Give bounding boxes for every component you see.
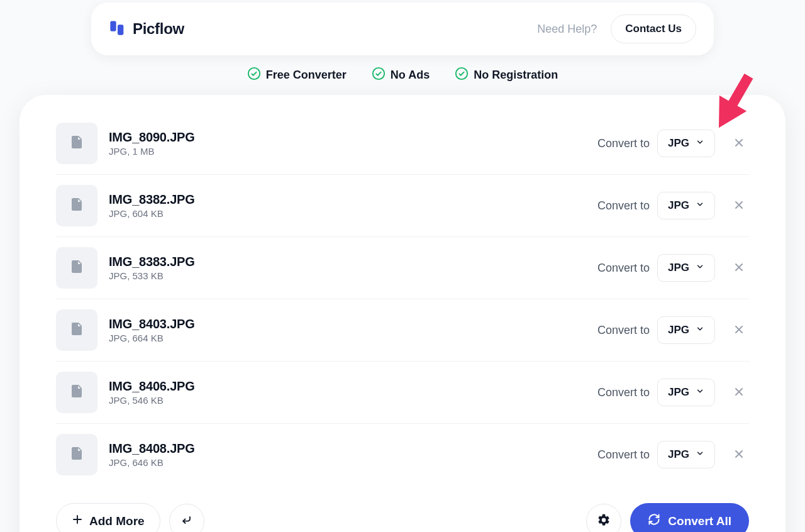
actions-left: Add More xyxy=(56,503,204,532)
file-subtitle: JPG, 533 KB xyxy=(109,270,597,281)
convert-all-label: Convert All xyxy=(668,514,731,528)
gear-icon xyxy=(597,513,611,529)
file-row: IMG_8406.JPG JPG, 546 KB Convert to JPG xyxy=(56,362,749,424)
close-icon xyxy=(733,261,745,275)
file-meta: IMG_8403.JPG JPG, 664 KB xyxy=(109,317,597,343)
format-value: JPG xyxy=(668,324,689,336)
convert-to-label: Convert to xyxy=(597,262,650,275)
file-meta: IMG_8382.JPG JPG, 604 KB xyxy=(109,192,597,219)
chevron-down-icon xyxy=(696,137,704,150)
remove-file-button[interactable] xyxy=(729,195,749,217)
file-name: IMG_8383.JPG xyxy=(109,255,597,269)
file-row: IMG_8383.JPG JPG, 533 KB Convert to JPG xyxy=(56,237,749,299)
image-file-icon xyxy=(69,259,84,277)
convert-to-label: Convert to xyxy=(597,324,650,337)
actions-row: Add More xyxy=(56,503,749,532)
format-select-button[interactable]: JPG xyxy=(657,316,715,344)
feature-free-converter: Free Converter xyxy=(247,67,347,84)
file-thumbnail xyxy=(56,185,97,226)
chevron-down-icon xyxy=(696,199,704,212)
need-help-link[interactable]: Need Help? xyxy=(537,23,597,36)
file-meta: IMG_8406.JPG JPG, 546 KB xyxy=(109,379,597,406)
feature-row: Free Converter No Ads No Registration xyxy=(0,67,805,84)
convert-to-label: Convert to xyxy=(597,199,650,213)
file-subtitle: JPG, 604 KB xyxy=(109,208,597,219)
paste-url-button[interactable] xyxy=(169,504,204,533)
header-bar: Picflow Need Help? Contact Us xyxy=(91,3,714,55)
file-meta: IMG_8408.JPG JPG, 646 KB xyxy=(109,441,597,468)
svg-point-3 xyxy=(373,68,384,79)
close-icon xyxy=(733,448,745,462)
brand-name: Picflow xyxy=(133,20,184,38)
actions-right: Convert All xyxy=(586,503,749,532)
plus-icon xyxy=(72,514,83,528)
settings-button[interactable] xyxy=(586,504,621,533)
check-circle-icon xyxy=(247,67,261,84)
file-name: IMG_8408.JPG xyxy=(109,441,597,456)
file-list: IMG_8090.JPG JPG, 1 MB Convert to JPG xyxy=(56,123,749,485)
check-circle-icon xyxy=(372,67,386,84)
feature-label: Free Converter xyxy=(266,69,347,82)
add-more-label: Add More xyxy=(89,514,145,528)
add-more-button[interactable]: Add More xyxy=(56,503,160,532)
image-file-icon xyxy=(69,197,84,214)
remove-file-button[interactable] xyxy=(729,257,749,279)
file-thumbnail xyxy=(56,434,97,475)
format-select-button[interactable]: JPG xyxy=(657,192,715,219)
file-meta: IMG_8090.JPG JPG, 1 MB xyxy=(109,130,597,157)
file-name: IMG_8403.JPG xyxy=(109,317,597,331)
svg-rect-1 xyxy=(118,25,123,35)
refresh-icon xyxy=(648,513,660,529)
file-subtitle: JPG, 546 KB xyxy=(109,395,597,406)
remove-file-button[interactable] xyxy=(729,319,749,341)
format-value: JPG xyxy=(668,199,689,212)
close-icon xyxy=(733,385,745,400)
file-subtitle: JPG, 1 MB xyxy=(109,146,597,157)
convert-all-button[interactable]: Convert All xyxy=(630,503,749,532)
image-file-icon xyxy=(69,446,84,463)
format-value: JPG xyxy=(668,137,689,150)
file-subtitle: JPG, 646 KB xyxy=(109,457,597,468)
chevron-down-icon xyxy=(696,448,704,461)
return-arrow-icon xyxy=(180,514,193,528)
svg-point-2 xyxy=(248,68,260,79)
image-file-icon xyxy=(69,135,84,152)
file-name: IMG_8090.JPG xyxy=(109,130,597,145)
format-select-button[interactable]: JPG xyxy=(657,130,715,157)
svg-rect-0 xyxy=(110,21,116,31)
close-icon xyxy=(733,136,745,151)
format-value: JPG xyxy=(668,386,689,399)
brand: Picflow xyxy=(109,19,184,39)
file-row: IMG_8090.JPG JPG, 1 MB Convert to JPG xyxy=(56,123,749,175)
file-thumbnail xyxy=(56,123,97,164)
file-meta: IMG_8383.JPG JPG, 533 KB xyxy=(109,255,597,281)
convert-to-label: Convert to xyxy=(597,386,650,399)
file-subtitle: JPG, 664 KB xyxy=(109,333,597,343)
file-row: IMG_8382.JPG JPG, 604 KB Convert to JPG xyxy=(56,175,749,237)
chevron-down-icon xyxy=(696,324,704,336)
format-select-button[interactable]: JPG xyxy=(657,441,715,468)
remove-file-button[interactable] xyxy=(729,382,749,404)
file-thumbnail xyxy=(56,372,97,413)
file-row: IMG_8403.JPG JPG, 664 KB Convert to JPG xyxy=(56,299,749,362)
close-icon xyxy=(733,323,745,338)
feature-label: No Ads xyxy=(391,69,430,82)
feature-no-registration: No Registration xyxy=(455,67,558,84)
format-select-button[interactable]: JPG xyxy=(657,379,715,406)
file-thumbnail xyxy=(56,247,97,289)
chevron-down-icon xyxy=(696,386,704,399)
format-value: JPG xyxy=(668,448,689,461)
convert-to-label: Convert to xyxy=(597,448,650,462)
remove-file-button[interactable] xyxy=(729,444,749,466)
feature-label: No Registration xyxy=(474,69,558,82)
image-file-icon xyxy=(69,384,84,401)
feature-no-ads: No Ads xyxy=(372,67,430,84)
check-circle-icon xyxy=(455,67,469,84)
close-icon xyxy=(733,199,745,213)
svg-point-4 xyxy=(456,68,467,79)
contact-us-button[interactable]: Contact Us xyxy=(611,14,696,43)
remove-file-button[interactable] xyxy=(729,133,749,155)
format-value: JPG xyxy=(668,262,689,274)
file-row: IMG_8408.JPG JPG, 646 KB Convert to JPG xyxy=(56,424,749,485)
format-select-button[interactable]: JPG xyxy=(657,254,715,282)
